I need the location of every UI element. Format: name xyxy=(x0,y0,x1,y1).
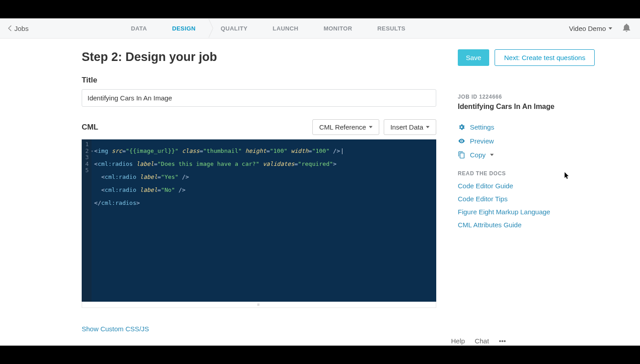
show-custom-cssjs-link[interactable]: Show Custom CSS/JS xyxy=(82,325,436,333)
settings-link[interactable]: Settings xyxy=(458,123,583,131)
help-link[interactable]: Help xyxy=(451,337,465,345)
copy-icon xyxy=(458,151,465,159)
chevron-down-icon xyxy=(490,154,494,156)
doc-code-editor-tips[interactable]: Code Editor Tips xyxy=(458,195,583,203)
eye-icon xyxy=(458,137,465,145)
insert-data-button[interactable]: Insert Data xyxy=(384,119,436,135)
tab-results[interactable]: RESULTS xyxy=(365,18,418,38)
project-dropdown[interactable]: Video Demo xyxy=(569,25,612,32)
mouse-cursor-icon xyxy=(565,172,570,179)
save-button[interactable]: Save xyxy=(458,49,489,66)
doc-cml-attributes[interactable]: CML Attributes Guide xyxy=(458,221,583,229)
tab-monitor[interactable]: MONITOR xyxy=(311,18,365,38)
next-button[interactable]: Next: Create test questions xyxy=(495,49,595,66)
chevron-left-icon xyxy=(8,25,12,31)
page-title: Step 2: Design your job xyxy=(82,50,217,64)
project-name: Video Demo xyxy=(569,25,606,32)
code-editor[interactable]: 1 2 3 4 5 <img src="{{image_url}}" class… xyxy=(82,139,436,302)
title-label: Title xyxy=(82,76,436,85)
back-to-jobs[interactable]: Jobs xyxy=(0,25,29,32)
gear-icon xyxy=(458,123,465,131)
job-title-input[interactable] xyxy=(82,89,436,107)
preview-label: Preview xyxy=(470,137,494,145)
editor-gutter: 1 2 3 4 5 xyxy=(82,139,92,302)
tab-design[interactable]: DESIGN xyxy=(159,18,208,38)
back-label: Jobs xyxy=(14,25,29,32)
preview-link[interactable]: Preview xyxy=(458,137,583,145)
insert-data-label: Insert Data xyxy=(390,123,423,131)
settings-label: Settings xyxy=(470,123,494,131)
editor-code[interactable]: <img src="{{image_url}}" class="thumbnai… xyxy=(92,139,436,302)
copy-link[interactable]: Copy xyxy=(458,151,583,159)
notifications-icon[interactable] xyxy=(623,24,630,33)
tab-quality[interactable]: QUALITY xyxy=(208,18,260,38)
chat-link[interactable]: Chat xyxy=(475,337,489,345)
doc-code-editor-guide[interactable]: Code Editor Guide xyxy=(458,182,583,190)
copy-label: Copy xyxy=(470,151,486,159)
chevron-down-icon xyxy=(609,27,612,30)
tab-launch[interactable]: LAUNCH xyxy=(260,18,311,38)
nav-tabs: DATA DESIGN QUALITY LAUNCH MONITOR RESUL… xyxy=(118,18,418,38)
topbar: Jobs DATA DESIGN QUALITY LAUNCH MONITOR … xyxy=(0,18,640,39)
doc-figure-eight-markup[interactable]: Figure Eight Markup Language xyxy=(458,208,583,216)
cml-label: CML xyxy=(82,123,98,132)
cml-reference-label: CML Reference xyxy=(319,123,366,131)
sidebar-job-title: Identifying Cars In An Image xyxy=(458,103,583,111)
chevron-down-icon xyxy=(426,126,430,128)
cml-reference-button[interactable]: CML Reference xyxy=(312,119,379,135)
chevron-down-icon xyxy=(369,126,373,128)
editor-resize-handle[interactable]: ≡ xyxy=(82,302,436,308)
footer-links: Help Chat ••• xyxy=(451,337,506,345)
footer-more: ••• xyxy=(499,337,506,345)
tab-data[interactable]: DATA xyxy=(118,18,160,38)
job-id-label: JOB ID 1224666 xyxy=(458,94,583,100)
